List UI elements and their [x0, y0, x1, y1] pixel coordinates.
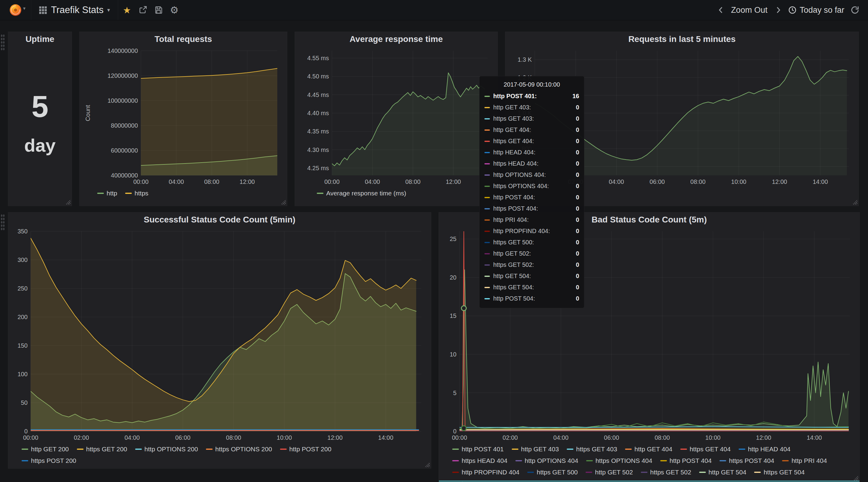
legend-item[interactable]: https [125, 188, 149, 199]
legend-label: https GET 403 [576, 446, 617, 453]
legend-item[interactable]: https OPTIONS 200 [206, 444, 272, 454]
svg-text:04:00: 04:00 [553, 434, 568, 441]
legend-item[interactable]: http OPTIONS 404 [516, 456, 578, 466]
svg-text:5: 5 [453, 390, 457, 396]
svg-text:60000000: 60000000 [111, 147, 138, 154]
legend-item[interactable]: https POST 404 [719, 456, 774, 466]
logo-dropdown-caret-icon: ▾ [23, 5, 26, 11]
legend-item[interactable]: http GET 403 [512, 444, 559, 454]
tooltip-series-label: http OPTIONS 404: [493, 172, 576, 178]
clock-icon [788, 6, 797, 14]
legend-label: https HEAD 404 [462, 457, 507, 464]
grafana-logo[interactable]: ▾ [6, 4, 29, 17]
time-range-button[interactable]: Today so far [785, 5, 847, 15]
row-drag-handle[interactable] [1, 214, 5, 231]
svg-text:40000000: 40000000 [111, 172, 138, 179]
series-color-swatch [485, 175, 490, 176]
chart-avg-response-time[interactable]: 4.25 ms4.30 ms4.35 ms4.40 ms4.45 ms4.50 … [299, 47, 494, 186]
tooltip-series-value: 0 [576, 284, 579, 291]
panel-title[interactable]: Successful Status Code Count (5min) [12, 212, 427, 227]
series-color-swatch [22, 460, 28, 461]
resize-grip-icon[interactable] [65, 199, 70, 205]
uptime-unit: day [24, 135, 56, 156]
legend-item[interactable]: https GET 500 [527, 467, 578, 477]
tooltip-series-label: http PRI 404: [493, 216, 576, 223]
dashboard-picker[interactable]: Traefik Stats ▾ [31, 0, 118, 20]
panel-title[interactable]: Average response time [299, 32, 494, 47]
legend-item[interactable]: https GET 504 [754, 467, 805, 477]
series-color-swatch [625, 449, 632, 450]
tooltip-series-label: https HEAD 404: [493, 160, 576, 167]
legend-item[interactable]: http GET 404 [625, 444, 673, 454]
tooltip-series-row: https POST 404:0 [485, 203, 579, 214]
series-color-swatch [586, 460, 593, 461]
chevron-down-icon: ▾ [107, 7, 110, 13]
svg-text:0: 0 [453, 428, 457, 434]
save-button[interactable] [152, 3, 165, 17]
svg-text:0: 0 [24, 428, 28, 434]
legend-item[interactable]: http GET 502 [586, 467, 633, 477]
svg-text:4.45 ms: 4.45 ms [307, 91, 329, 98]
row-drag-handle[interactable] [1, 34, 5, 51]
legend-item[interactable]: http POST 401 [452, 444, 504, 454]
svg-text:10: 10 [450, 351, 457, 358]
star-button[interactable]: ★ [120, 3, 134, 17]
tooltip-series-row: http GET 404:0 [485, 124, 579, 135]
panel-title[interactable]: Requests in last 5 minutes [509, 32, 855, 47]
legend-item[interactable]: Average response time (ms) [317, 188, 406, 199]
svg-text:02:00: 02:00 [503, 434, 518, 441]
legend-item[interactable]: http POST 200 [280, 444, 332, 454]
refresh-button[interactable] [848, 3, 862, 17]
svg-text:06:00: 06:00 [650, 178, 665, 185]
legend-item[interactable]: http [97, 188, 117, 199]
svg-text:06:00: 06:00 [175, 434, 190, 441]
legend-item[interactable]: https GET 403 [567, 444, 617, 454]
legend-item[interactable]: http OPTIONS 200 [135, 444, 198, 454]
panel-total-requests: Total requests 4000000060000000800000001… [79, 32, 287, 206]
legend-label: http GET 502 [595, 469, 633, 476]
resize-grip-icon[interactable] [425, 462, 430, 467]
svg-text:20: 20 [450, 274, 457, 281]
tooltip-series-label: https GET 500: [493, 239, 576, 246]
resize-grip-icon[interactable] [852, 199, 857, 205]
svg-text:10:00: 10:00 [277, 434, 292, 441]
legend-item[interactable]: https OPTIONS 404 [586, 456, 652, 466]
legend-item[interactable]: https POST 200 [22, 456, 76, 466]
legend-item[interactable]: http GET 200 [22, 444, 69, 454]
panel-title[interactable]: Total requests [83, 32, 283, 47]
legend-label: http GET 404 [634, 446, 673, 453]
tooltip-series-row: http PRI 404:0 [485, 214, 579, 225]
tooltip-series-row: http POST 401:16 [485, 91, 579, 102]
svg-text:1.3 K: 1.3 K [518, 56, 532, 63]
zoom-out-button[interactable]: Zoom Out [728, 5, 771, 15]
tooltip-series-value: 0 [576, 205, 579, 212]
share-button[interactable] [136, 3, 150, 17]
legend-item[interactable]: http HEAD 404 [739, 444, 790, 454]
series-color-swatch [485, 208, 490, 209]
legend-label: http GET 504 [709, 469, 746, 476]
legend-item[interactable]: http GET 504 [699, 467, 746, 477]
legend-item[interactable]: http PROPFIND 404 [452, 467, 519, 477]
legend-item[interactable]: http POST 404 [660, 456, 712, 466]
resize-grip-icon[interactable] [281, 199, 286, 205]
chart-total-requests[interactable]: 4000000060000000800000001000000001200000… [83, 47, 283, 186]
tooltip-series-label: http POST 504: [493, 295, 576, 302]
svg-text:80000000: 80000000 [111, 122, 138, 129]
legend-item[interactable]: https HEAD 404 [452, 456, 507, 466]
time-back-button[interactable] [714, 3, 728, 17]
svg-text:4.35 ms: 4.35 ms [307, 128, 329, 134]
series-color-swatch [125, 193, 132, 194]
legend-item[interactable]: https GET 502 [641, 467, 691, 477]
time-forward-button[interactable] [771, 3, 785, 17]
legend-item[interactable]: https GET 200 [77, 444, 127, 454]
tooltip-series-row: https GET 404:0 [485, 135, 579, 147]
settings-button[interactable]: ⚙ [167, 3, 181, 17]
legend-item[interactable]: https GET 404 [680, 444, 731, 454]
chart-successful-status-codes[interactable]: 05010015020025030035000:0002:0004:0006:0… [12, 227, 427, 442]
panel-title[interactable]: Uptime [12, 32, 68, 47]
chevron-right-icon [774, 6, 782, 14]
series-color-swatch [485, 197, 490, 198]
series-color-swatch [22, 449, 28, 450]
legend-item[interactable]: http PRI 404 [782, 456, 827, 466]
tooltip-series-value: 0 [576, 115, 579, 122]
